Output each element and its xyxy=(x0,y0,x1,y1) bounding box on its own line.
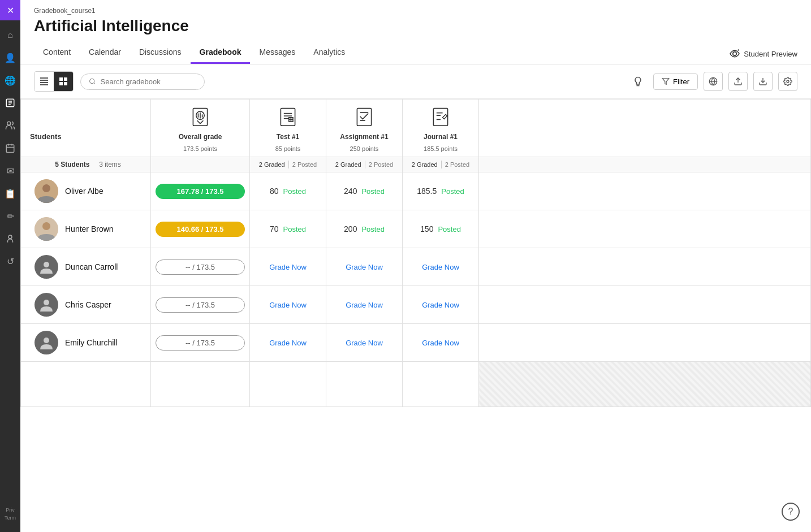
sidebar-icon-people[interactable] xyxy=(0,115,20,136)
svg-rect-16 xyxy=(64,77,67,81)
grade-now-link[interactable]: Grade Now xyxy=(407,263,474,271)
student-name[interactable]: Emily Churchill xyxy=(65,338,118,347)
sidebar-icon-edit[interactable]: ✏ xyxy=(0,206,20,226)
sidebar-icon-globe[interactable]: 🌐 xyxy=(0,70,20,90)
sidebar: ✕ ⌂ 👤 🌐 ✉ 📋 ✏ ↺ Priv Term xyxy=(0,0,20,532)
student-cell: Hunter Brown xyxy=(21,210,151,248)
table-row: Chris Casper -- / 173.5 Grade Now Grade … xyxy=(21,286,811,324)
nav-tabs: Content Calendar Discussions Gradebook M… xyxy=(34,42,797,64)
sidebar-icon-home[interactable]: ⌂ xyxy=(0,25,20,45)
table-row: Duncan Carroll -- / 173.5 Grade Now Grad… xyxy=(21,248,811,286)
svg-point-25 xyxy=(787,80,789,83)
table-row: Oliver Albe 167.78 / 173.5 80 Posted 240… xyxy=(21,172,811,210)
assignment1-points: 250 points xyxy=(326,143,403,157)
journal1-cell: Grade Now xyxy=(403,248,479,286)
test1-points: 85 points xyxy=(250,143,326,157)
svg-rect-15 xyxy=(59,77,63,81)
sidebar-icon-refresh[interactable]: ↺ xyxy=(0,251,20,271)
page-title: Artificial Intelligence xyxy=(34,17,189,35)
header-icon-row: Students xyxy=(21,100,811,144)
student-preview-button[interactable]: Student Preview xyxy=(729,49,797,64)
filter-icon xyxy=(662,77,670,85)
grade-now-link[interactable]: Grade Now xyxy=(331,339,398,347)
toolbar-right: Filter xyxy=(628,72,797,91)
filter-button[interactable]: Filter xyxy=(653,73,698,90)
grade-now-link[interactable]: Grade Now xyxy=(331,263,398,271)
overall-grade-cell: -- / 173.5 xyxy=(151,324,250,362)
stats-divider xyxy=(365,161,365,168)
sidebar-footer: Priv Term xyxy=(5,507,16,532)
upload-button[interactable] xyxy=(728,72,748,91)
placeholder-icon xyxy=(39,259,54,274)
sidebar-icon-clipboard[interactable]: 📋 xyxy=(0,183,20,204)
col-header-journal1: Journal #1 xyxy=(403,100,479,144)
svg-rect-13 xyxy=(40,82,48,83)
tab-gradebook[interactable]: Gradebook xyxy=(191,42,251,64)
posted-tag: Posted xyxy=(283,225,306,233)
svg-point-50 xyxy=(42,222,50,230)
sidebar-icon-mail[interactable]: ✉ xyxy=(0,161,20,181)
assignment1-cell: Grade Now xyxy=(326,248,403,286)
grade-now-link[interactable]: Grade Now xyxy=(331,301,398,309)
sidebar-icon-users2[interactable] xyxy=(0,228,20,249)
grade-badge: 167.78 / 173.5 xyxy=(156,184,245,199)
assignment1-cell: Grade Now xyxy=(326,286,403,324)
svg-marker-21 xyxy=(662,79,669,85)
sidebar-icon-calendar[interactable] xyxy=(0,138,20,158)
svg-rect-33 xyxy=(281,109,295,126)
table-row: Hunter Brown 140.66 / 173.5 70 Posted 20… xyxy=(21,210,811,248)
grid-view-button[interactable] xyxy=(54,72,73,91)
help-button[interactable]: ? xyxy=(782,503,800,521)
page-header: Gradebook_course1 Artificial Intelligenc… xyxy=(20,0,811,64)
assignment1-stats: 2 Graded 2 Posted xyxy=(331,161,398,168)
toolbar: Filter xyxy=(20,64,811,99)
grade-now-link[interactable]: Grade Now xyxy=(407,339,474,347)
svg-rect-11 xyxy=(40,77,48,79)
grade-now-link[interactable]: Grade Now xyxy=(254,339,321,347)
lightbulb-button[interactable] xyxy=(628,72,648,91)
tab-messages[interactable]: Messages xyxy=(250,42,304,64)
score-value: 200 xyxy=(344,224,357,233)
settings-button[interactable] xyxy=(778,72,797,91)
avatar-image xyxy=(34,217,58,241)
student-count: 5 Students xyxy=(55,161,89,168)
download-button[interactable] xyxy=(753,72,773,91)
svg-line-28 xyxy=(197,120,200,123)
placeholder-icon xyxy=(39,335,54,350)
student-name[interactable]: Chris Casper xyxy=(65,300,111,309)
placeholder-icon xyxy=(39,297,54,312)
tab-analytics[interactable]: Analytics xyxy=(304,42,354,64)
tab-calendar[interactable]: Calendar xyxy=(80,42,130,64)
test1-cell: 80 Posted xyxy=(250,172,326,210)
test1-cell: Grade Now xyxy=(250,286,326,324)
gradebook-container: Students xyxy=(20,99,811,532)
close-button[interactable]: ✕ xyxy=(0,0,20,20)
svg-rect-5 xyxy=(6,145,14,153)
col-header-assignment1: Assignment #1 xyxy=(326,100,403,144)
grade-now-link[interactable]: Grade Now xyxy=(407,301,474,309)
svg-rect-18 xyxy=(64,82,67,85)
tab-discussions[interactable]: Discussions xyxy=(130,42,191,64)
sidebar-icon-gradebook[interactable] xyxy=(0,93,20,113)
tab-content[interactable]: Content xyxy=(34,42,80,64)
svg-point-10 xyxy=(733,52,736,55)
empty-cell xyxy=(479,286,811,324)
preview-grades-button[interactable] xyxy=(704,72,723,91)
test1-cell: Grade Now xyxy=(250,324,326,362)
grade-now-link[interactable]: Grade Now xyxy=(254,263,321,271)
svg-point-53 xyxy=(44,338,49,343)
student-name[interactable]: Oliver Albe xyxy=(65,187,103,196)
posted-tag: Posted xyxy=(438,225,460,233)
student-name[interactable]: Hunter Brown xyxy=(65,224,114,233)
grade-badge: -- / 173.5 xyxy=(156,297,245,313)
assignment1-cell: 240 Posted xyxy=(326,172,403,210)
stats-divider xyxy=(288,161,289,168)
empty-cell xyxy=(479,324,811,362)
sidebar-icon-user[interactable]: 👤 xyxy=(0,47,20,68)
search-input[interactable] xyxy=(100,77,196,86)
student-cell: Duncan Carroll xyxy=(21,248,151,286)
list-view-button[interactable] xyxy=(34,72,54,91)
student-name[interactable]: Duncan Carroll xyxy=(65,262,118,271)
stats-divider xyxy=(441,161,442,168)
grade-now-link[interactable]: Grade Now xyxy=(254,301,321,309)
